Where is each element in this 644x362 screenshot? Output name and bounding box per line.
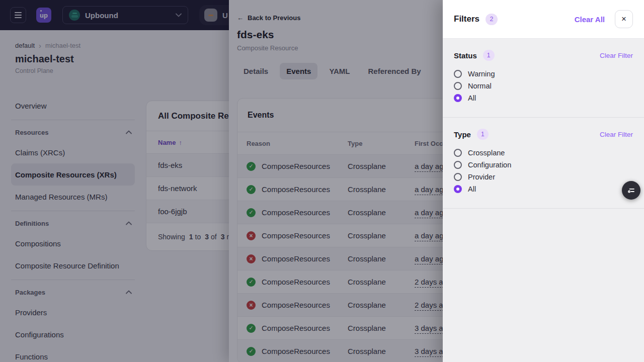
radio-icon bbox=[454, 149, 462, 157]
type-section-title: Type bbox=[454, 130, 471, 139]
filters-panel: Filters 2 Clear All × Status 1 Clear Fil… bbox=[443, 0, 644, 362]
filters-header: Filters 2 Clear All × bbox=[443, 0, 644, 39]
type-count-badge: 1 bbox=[477, 129, 489, 140]
radio-icon bbox=[454, 173, 462, 181]
radio-checked-icon bbox=[454, 185, 462, 193]
filter-section-type: Type 1 Clear Filter Crossplane Configura… bbox=[443, 118, 644, 209]
radio-option-normal[interactable]: Normal bbox=[454, 80, 633, 92]
clear-filter-button[interactable]: Clear Filter bbox=[600, 131, 633, 138]
clear-filter-button[interactable]: Clear Filter bbox=[600, 52, 633, 59]
radio-option-provider[interactable]: Provider bbox=[454, 171, 633, 183]
filters-count-badge: 2 bbox=[486, 14, 498, 25]
radio-icon bbox=[454, 70, 462, 78]
close-button[interactable]: × bbox=[615, 10, 633, 28]
radio-checked-icon bbox=[454, 94, 462, 102]
status-section-title: Status bbox=[454, 51, 477, 60]
radio-icon bbox=[454, 161, 462, 169]
radio-option-crossplane[interactable]: Crossplane bbox=[454, 147, 633, 159]
close-icon: × bbox=[621, 14, 626, 24]
radio-option-all-status[interactable]: All bbox=[454, 92, 633, 104]
filter-icon bbox=[626, 186, 636, 195]
radio-icon bbox=[454, 82, 462, 90]
status-count-badge: 1 bbox=[483, 50, 495, 61]
clear-all-button[interactable]: Clear All bbox=[575, 15, 605, 24]
radio-option-configuration[interactable]: Configuration bbox=[454, 159, 633, 171]
filters-title: Filters bbox=[454, 14, 479, 24]
radio-option-all-type[interactable]: All bbox=[454, 183, 633, 195]
radio-option-warning[interactable]: Warning bbox=[454, 68, 633, 80]
filter-section-status: Status 1 Clear Filter Warning Normal All bbox=[443, 39, 644, 118]
filters-toggle-fab[interactable] bbox=[622, 181, 640, 200]
